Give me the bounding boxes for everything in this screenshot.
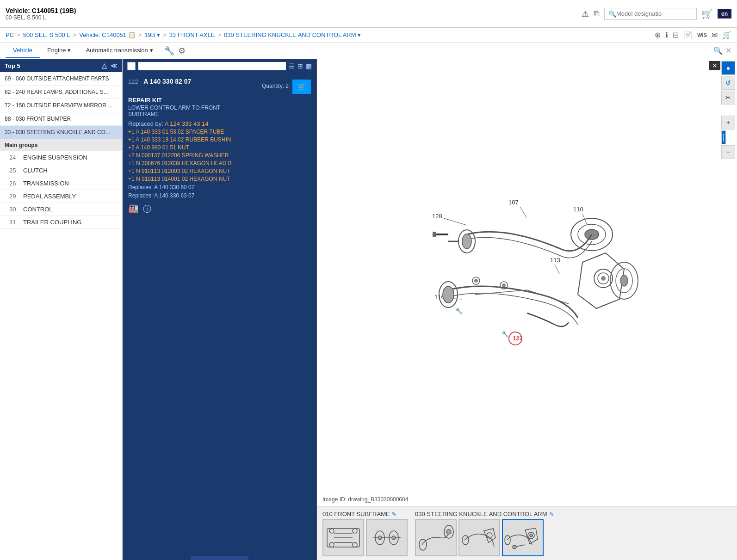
gear-settings-icon[interactable]: ⚙ xyxy=(178,46,186,56)
breadcrumb-tools: ⊕ ℹ ⊟ 📄 WIS ✉ 🛒 xyxy=(655,31,731,39)
svg-point-57 xyxy=(530,534,533,537)
thumbnail-group-1-label: 030 STEERING KNUCKLE AND CONTROL ARM ✎ xyxy=(415,511,554,517)
thumbnail-img-1-1[interactable] xyxy=(458,519,500,556)
tab-transmission[interactable]: Automatic transmission ▾ xyxy=(78,43,160,58)
diagram-tool-circle[interactable]: ● xyxy=(721,61,735,75)
part-replaced-by: Replaced by: A 124 333 43 14 xyxy=(128,120,311,127)
sidebar-item-0[interactable]: 69 - 060 OUTSIDE ATTACHMENT PARTS xyxy=(0,72,122,86)
center-header: ☰ ⊞ ▦ xyxy=(123,59,316,73)
diagram-svg: 128 107 110 113 116 122 xyxy=(411,188,643,364)
detail-view-icon[interactable]: ▦ xyxy=(306,62,312,70)
svg-point-26 xyxy=(502,283,506,287)
thumbnail-img-0-1[interactable] xyxy=(366,519,408,556)
part-card-header: 122 A 140 330 82 07 Quantity: 2 🛒 xyxy=(128,78,311,94)
svg-point-41 xyxy=(329,529,334,533)
info-circle-icon[interactable]: ⓘ xyxy=(143,203,151,215)
svg-text:110: 110 xyxy=(573,206,583,213)
breadcrumb-vehicle[interactable]: Vehicle: C140051 📋 xyxy=(79,31,136,38)
factory-icon[interactable]: 🏭 xyxy=(128,203,138,215)
nav-tab-search: 🔍 ✕ xyxy=(713,46,731,55)
sidebar-item-4[interactable]: 33 - 030 STEERING KNUCKLE AND CO... xyxy=(0,126,122,139)
thumbnail-group-1-edit[interactable]: ✎ xyxy=(549,511,554,517)
add-to-cart-button[interactable]: 🛒 xyxy=(292,80,311,94)
vehicle-subtitle: 00 SEL, S 500 L xyxy=(6,14,76,21)
diagram-tool-sync[interactable]: ↺ xyxy=(721,76,735,90)
sidebar-expand-icon[interactable]: ≪ xyxy=(111,62,118,69)
tab-vehicle[interactable]: Vehicle xyxy=(6,43,40,58)
thumbnail-img-0-0[interactable] xyxy=(322,519,364,556)
diagram-tool-scroll[interactable]: │ xyxy=(721,130,726,144)
filter-icon[interactable]: ⊟ xyxy=(673,31,679,39)
tab-engine-label: Engine xyxy=(47,47,66,54)
zoom-in-icon[interactable]: ⊕ xyxy=(655,31,661,39)
svg-point-59 xyxy=(513,545,516,549)
sub-item-3[interactable]: +2 N 000137 012206 SPRING WASHER xyxy=(128,152,311,159)
search-input[interactable] xyxy=(616,10,686,17)
sidebar: Top 5 △ ≪ 69 - 060 OUTSIDE ATTACHMENT PA… xyxy=(0,59,123,560)
cart-icon[interactable]: 🛒 xyxy=(701,8,713,19)
sub-item-6[interactable]: +1 N 910113 014001 02 HEXAGON NUT xyxy=(128,176,311,182)
replaces-0: Replaces: A 140 330 60 07 xyxy=(128,184,311,191)
nav-search-icon[interactable]: 🔍 xyxy=(713,46,723,55)
svg-text:113: 113 xyxy=(550,257,560,264)
thumbnail-group-1: 030 STEERING KNUCKLE AND CONTROL ARM ✎ xyxy=(415,511,554,556)
svg-point-49 xyxy=(392,536,396,540)
diagram-zoom-in[interactable]: ＋ xyxy=(721,116,735,129)
tab-engine-dropdown: ▾ xyxy=(68,47,71,54)
wrench-icon[interactable]: 🔧 xyxy=(164,46,174,56)
thumbnail-img-1-2[interactable] xyxy=(502,519,544,556)
lang-badge: en xyxy=(718,9,731,18)
cart-breadcrumb-icon[interactable]: 🛒 xyxy=(722,31,731,39)
breadcrumb-steering[interactable]: 030 STEERING KNUCKLE AND CONTROL ARM ▾ xyxy=(224,31,361,38)
part-checkbox[interactable] xyxy=(127,62,136,70)
diagram-close-button[interactable]: ✕ xyxy=(709,61,720,70)
diagram-tool-scissors[interactable]: ✂ xyxy=(721,91,735,105)
sub-item-2[interactable]: +2 A 140 990 01 51 NUT xyxy=(128,144,311,151)
top-bar-icons: ⚠ ⧉ 🔍 🛒 en xyxy=(582,8,731,20)
tab-engine[interactable]: Engine ▾ xyxy=(40,43,78,58)
search-icon[interactable]: 🔍 xyxy=(608,10,616,18)
list-view-icon[interactable]: ☰ xyxy=(289,62,295,70)
sub-item-4[interactable]: +1 N 308676 012039 HEXAGON HEAD B xyxy=(128,160,311,166)
sidebar-group-30[interactable]: 30 CONTROL xyxy=(0,203,122,216)
thumbnail-group-0-edit[interactable]: ✎ xyxy=(392,511,396,517)
sidebar-group-26[interactable]: 26 TRANSMISSION xyxy=(0,177,122,190)
breadcrumb-19b[interactable]: 19B ▾ xyxy=(144,31,160,38)
breadcrumb-pc[interactable]: PC xyxy=(6,31,14,38)
mail-icon[interactable]: ✉ xyxy=(712,31,718,39)
copy-icon[interactable]: ⧉ xyxy=(594,9,600,18)
diagram-zoom-out[interactable]: － xyxy=(721,145,735,159)
info-icon[interactable]: ℹ xyxy=(665,31,668,39)
breadcrumb-front-axle[interactable]: 33 FRONT AXLE xyxy=(169,31,215,38)
sidebar-group-24[interactable]: 24 ENGINE SUSPENSION xyxy=(0,151,122,164)
vehicle-title: Vehicle: C140051 (19B) xyxy=(6,7,76,14)
sidebar-group-25[interactable]: 25 CLUTCH xyxy=(0,164,122,177)
sidebar-item-3[interactable]: 88 - 030 FRONT BUMPER xyxy=(0,112,122,126)
svg-rect-0 xyxy=(411,188,643,364)
top5-label: Top 5 xyxy=(5,62,20,69)
thumbnail-group-0-label: 010 FRONT SUBFRAME ✎ xyxy=(322,511,408,517)
part-qty-area: Quantity: 2 🛒 xyxy=(262,78,311,94)
diagram-image-id: Image ID: drawing_B33030000004 xyxy=(317,492,737,506)
svg-point-43 xyxy=(329,542,334,547)
sub-item-1[interactable]: +1 A 140 333 18 14 02 RUBBER BUSHIN xyxy=(128,136,311,143)
thumbnail-strip: 010 FRONT SUBFRAME ✎ xyxy=(317,506,737,560)
sub-item-5[interactable]: +1 N 910113 012003 02 HEXAGON NUT xyxy=(128,168,311,174)
wis-icon[interactable]: WIS xyxy=(697,32,707,38)
tab-vehicle-label: Vehicle xyxy=(13,47,32,54)
part-number: A 140 330 82 07 xyxy=(143,78,191,85)
sidebar-group-31[interactable]: 31 TRAILER COUPLING xyxy=(0,216,122,229)
document-icon[interactable]: 📄 xyxy=(683,31,693,39)
sidebar-item-2[interactable]: 72 - 150 OUTSIDE REARVIEW MIRROR ... xyxy=(0,99,122,112)
breadcrumb-model[interactable]: 500 SEL, S 500 L xyxy=(23,31,70,38)
nav-close-icon[interactable]: ✕ xyxy=(725,46,731,55)
top-bar: Vehicle: C140051 (19B) 00 SEL, S 500 L ⚠… xyxy=(0,0,737,28)
sidebar-item-1[interactable]: 82 - 240 REAR LAMPS, ADDITIONAL S... xyxy=(0,86,122,99)
sub-item-0[interactable]: +1 A 140 333 01 53 02 SPACER TUBE xyxy=(128,129,311,135)
grid-view-icon[interactable]: ⊞ xyxy=(297,62,303,70)
sidebar-collapse-icon[interactable]: △ xyxy=(102,62,107,69)
svg-point-55 xyxy=(505,535,510,545)
warning-icon[interactable]: ⚠ xyxy=(582,9,589,19)
thumbnail-img-1-0[interactable] xyxy=(415,519,457,556)
sidebar-group-29[interactable]: 29 PEDAL ASSEMBLY xyxy=(0,190,122,203)
